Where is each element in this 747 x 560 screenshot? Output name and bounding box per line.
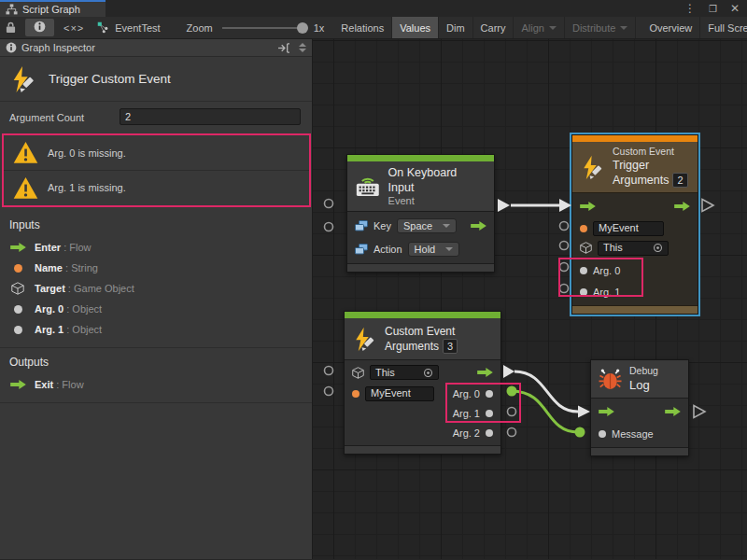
argument-count-badge: 2 — [672, 173, 687, 188]
object-port-icon — [14, 326, 22, 334]
warning-row: Arg. 0 is missing. — [4, 135, 309, 170]
cube-icon — [11, 282, 24, 295]
flow-out-port[interactable] — [674, 202, 690, 211]
object-port-icon[interactable] — [599, 430, 606, 438]
zoom-slider-handle[interactable] — [297, 22, 308, 34]
node-subtitle: Event — [388, 195, 485, 206]
key-binding-icon — [355, 220, 368, 231]
object-port-icon — [14, 305, 22, 314]
argument-count-label: Argument Count — [9, 112, 84, 123]
selected-color-bar — [572, 135, 698, 142]
event-color-bar — [345, 312, 500, 318]
unit-title: Trigger Custom Event — [49, 72, 171, 86]
wire-value — [512, 391, 578, 432]
chevron-down-icon — [620, 26, 627, 30]
string-port-icon[interactable] — [580, 225, 587, 232]
node-on-keyboard-input[interactable]: On Keyboard Input Event Key Space Action… — [346, 154, 495, 273]
flow-in-port[interactable] — [580, 202, 596, 211]
flow-out-port — [503, 365, 514, 378]
annotation-box-trigger-args — [558, 258, 643, 297]
chevron-down-icon — [445, 247, 453, 251]
flow-out-port[interactable] — [665, 407, 681, 416]
port-circle — [325, 223, 333, 231]
graph-canvas[interactable]: On Keyboard Input Event Key Space Action… — [313, 39, 747, 559]
window-maximize-icon[interactable]: ❐ — [709, 4, 717, 14]
chevron-down-icon — [549, 26, 557, 30]
flow-out-port[interactable] — [477, 368, 493, 377]
full-screen-button[interactable]: Full Screen — [700, 17, 747, 38]
custom-event-icon — [9, 65, 37, 93]
dock-panel-icon[interactable] — [277, 43, 290, 53]
warning-icon — [13, 176, 38, 200]
info-icon — [34, 21, 46, 33]
key-label: Key — [374, 220, 391, 231]
inspector-toggle-button[interactable] — [25, 19, 54, 36]
object-picker-icon[interactable] — [423, 368, 433, 378]
port-row-enter: Enter : Flow — [0, 237, 312, 258]
cube-icon[interactable] — [580, 242, 592, 254]
values-button[interactable]: Values — [392, 17, 439, 38]
divider — [0, 402, 312, 403]
event-color-bar — [347, 155, 494, 161]
action-label: Action — [374, 244, 402, 255]
warning-row: Arg. 1 is missing. — [4, 170, 309, 204]
port-circle — [325, 200, 333, 208]
tab-title: Script Graph — [22, 4, 80, 15]
chevron-down-icon — [443, 224, 450, 228]
flow-in-port[interactable] — [599, 407, 614, 416]
cube-icon[interactable] — [352, 367, 364, 379]
argument-count-row: Argument Count — [0, 102, 312, 133]
graph-name-label[interactable]: EventTest — [115, 22, 160, 34]
bug-icon — [599, 368, 622, 391]
graph-toolbar: <×> EventTest Zoom 1x Relations Values D… — [0, 17, 747, 39]
warnings-annotation-box: Arg. 0 is missing. Arg. 1 is missing. — [2, 133, 311, 207]
dim-button[interactable]: Dim — [439, 17, 473, 38]
node-debug-log[interactable]: Debug Log Message — [590, 359, 689, 456]
graph-inspector-panel: Graph Inspector Trigger Custom Event Arg… — [0, 39, 313, 559]
flow-arrow-icon — [10, 243, 26, 252]
overview-button[interactable]: Overview — [641, 17, 700, 38]
custom-event-icon — [580, 155, 605, 180]
object-picker-icon[interactable] — [653, 243, 663, 253]
distribute-button[interactable]: Distribute — [565, 17, 636, 38]
argument-count-input[interactable] — [120, 108, 301, 125]
port-circle — [325, 367, 333, 375]
port-circle — [560, 222, 569, 231]
action-dropdown[interactable]: Hold — [408, 242, 460, 257]
arg2-out-label: Arg. 2 — [453, 427, 480, 439]
annotation-box-arguments-args — [445, 383, 521, 423]
carry-button[interactable]: Carry — [473, 17, 514, 38]
object-port-icon[interactable] — [486, 429, 493, 437]
node-kicker: Custom Event — [613, 146, 688, 159]
script-graph-asset-icon — [97, 21, 109, 34]
script-graph-window: Script Graph ⋮ ❐ ✕ <×> EventTest Zoom 1x — [0, 0, 747, 560]
target-field[interactable]: This — [598, 241, 669, 256]
zoom-level: 1x — [314, 22, 325, 34]
event-name-field[interactable]: MyEvent — [365, 386, 434, 401]
port-row-name: Name : String — [0, 258, 312, 278]
title-bar: Script Graph ⋮ ❐ ✕ — [0, 0, 747, 17]
wire-flow — [514, 371, 578, 412]
zoom-label: Zoom — [187, 22, 213, 34]
align-button[interactable]: Align — [514, 17, 564, 38]
port-circle — [560, 242, 569, 250]
tab-script-graph[interactable]: Script Graph — [0, 0, 106, 17]
string-port-icon[interactable] — [352, 390, 359, 398]
event-name-field[interactable]: MyEvent — [593, 221, 664, 236]
port-row-target: Target : Game Object — [0, 278, 312, 299]
window-menu-icon[interactable]: ⋮ — [684, 2, 696, 15]
port-circle — [325, 387, 333, 396]
warning-icon — [13, 141, 38, 164]
lock-icon[interactable] — [6, 21, 16, 34]
key-dropdown[interactable]: Space — [397, 218, 457, 233]
port-circle-connected — [575, 427, 585, 438]
outputs-section-header: Outputs — [0, 348, 312, 374]
code-view-icon[interactable]: <×> — [63, 22, 84, 34]
key-binding-icon — [355, 244, 368, 255]
node-footer — [572, 305, 698, 314]
panel-scroll-spinner[interactable] — [299, 43, 306, 52]
window-close-icon[interactable]: ✕ — [730, 2, 740, 15]
relations-button[interactable]: Relations — [333, 17, 392, 38]
target-field[interactable]: This — [370, 365, 439, 380]
zoom-slider[interactable] — [222, 27, 304, 29]
